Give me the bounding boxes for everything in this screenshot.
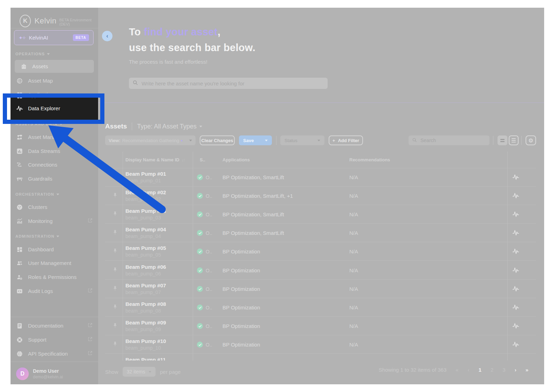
status-text: O..: [206, 342, 212, 348]
pin-icon[interactable]: [113, 286, 117, 293]
asset-id: beam_pump_08: [125, 308, 161, 314]
first-page-icon[interactable]: «: [455, 367, 458, 373]
open-in-data-explorer-icon[interactable]: [512, 229, 519, 238]
asset-name[interactable]: Beam Pump #04: [125, 226, 166, 232]
asset-name[interactable]: Beam Pump #08: [125, 301, 166, 307]
pin-icon[interactable]: [113, 267, 117, 274]
open-in-data-explorer-icon[interactable]: [512, 248, 519, 256]
hero-title-line1: To find your asset,: [129, 26, 220, 38]
guardrail-icon: [16, 175, 23, 182]
open-in-data-explorer-icon[interactable]: [512, 267, 519, 275]
next-page-icon[interactable]: ›: [515, 367, 516, 373]
table-row[interactable]: Beam Pump #04 beam_pump_04 O.. BP Optimi…: [105, 224, 536, 242]
last-page-icon[interactable]: »: [526, 367, 528, 373]
column-header-recommendations[interactable]: Recommendations: [349, 152, 390, 168]
user-gear-icon: [16, 274, 23, 281]
asset-name[interactable]: Beam Pump #06: [125, 264, 166, 270]
open-in-data-explorer-icon[interactable]: [512, 304, 519, 312]
asset-search-bar[interactable]: [129, 78, 328, 89]
page-size-dropdown[interactable]: 32 items: [123, 367, 156, 377]
asset-name[interactable]: Beam Pump #07: [125, 282, 166, 288]
table-settings-button[interactable]: ⚙: [526, 135, 536, 145]
status-ok-icon: [197, 174, 203, 180]
recommendations-cell: N/A: [349, 211, 358, 217]
sidebar-item-support[interactable]: Support: [11, 333, 98, 346]
external-link-icon: [88, 337, 92, 343]
add-filter-button[interactable]: +Add Filter: [329, 135, 363, 145]
table-search-input[interactable]: [420, 137, 486, 144]
pin-icon[interactable]: [113, 323, 117, 330]
page-number-1[interactable]: 1: [479, 367, 481, 373]
sort-icon[interactable]: ↓↑: [181, 157, 185, 162]
column-header-status[interactable]: S..: [200, 152, 205, 168]
open-in-data-explorer-icon[interactable]: [512, 174, 519, 182]
open-in-data-explorer-icon[interactable]: [512, 211, 519, 219]
page-number-3[interactable]: 3: [502, 367, 505, 373]
applications-cell: BP Optimization: [222, 342, 260, 348]
pin-icon[interactable]: [113, 248, 117, 255]
status-ok-icon: [197, 304, 203, 310]
table-row[interactable]: Beam Pump #08 beam_pump_08 O.. BP Optimi…: [105, 298, 536, 317]
pin-icon[interactable]: [113, 341, 117, 349]
table-row[interactable]: Beam Pump #10 beam_pump_10 O.. BP Optimi…: [105, 335, 536, 354]
open-in-data-explorer-icon[interactable]: [512, 285, 519, 294]
asset-name[interactable]: Beam Pump #10: [125, 338, 166, 344]
sidebar-item-documentation[interactable]: Documentation: [11, 319, 98, 332]
divider: [11, 317, 98, 317]
table-row[interactable]: Beam Pump #11: [105, 354, 536, 360]
asset-name[interactable]: Beam Pump #11: [125, 357, 166, 360]
pin-icon[interactable]: [113, 230, 117, 237]
asset-name[interactable]: Beam Pump #09: [125, 320, 166, 326]
sidebar-item-label: Dashboard: [28, 246, 54, 252]
divider: [521, 136, 522, 145]
list-view-button[interactable]: [509, 135, 519, 145]
chevron-down-icon: [56, 236, 59, 237]
sidebar-item-kelvinai[interactable]: ✦✧ KelvinAI BETA: [14, 30, 94, 45]
sidebar-item-asset-map[interactable]: Asset Map: [11, 74, 98, 87]
status-text: O..: [206, 193, 212, 199]
table-search-bar[interactable]: [409, 135, 489, 145]
recommendations-cell: N/A: [349, 174, 358, 180]
asset-name[interactable]: Beam Pump #05: [125, 245, 166, 251]
open-in-data-explorer-icon[interactable]: [512, 341, 519, 349]
section-operations[interactable]: OPERATIONS: [11, 52, 103, 56]
status-filter-dropdown[interactable]: Status: [280, 135, 324, 145]
sidebar-item-api-specification[interactable]: API Specification: [11, 347, 98, 360]
api-globe-icon: [16, 350, 23, 357]
table-row[interactable]: Beam Pump #07 beam_pump_07 O.. BP Optimi…: [105, 280, 536, 298]
brand-name: Kelvin: [34, 16, 56, 26]
asset-id: beam_pump_09: [125, 327, 161, 332]
applications-cell: BP Optimization, SmartLift: [222, 230, 284, 236]
column-header-applications[interactable]: Applications: [222, 152, 250, 168]
section-administration[interactable]: ADMINISTRATION: [11, 234, 103, 238]
sidebar-item-dashboard[interactable]: Dashboard: [11, 243, 98, 256]
asset-id: beam_pump_06: [125, 271, 161, 276]
clear-changes-button[interactable]: Clear Changes: [200, 135, 235, 145]
sidebar-collapse-button[interactable]: ‹: [102, 31, 112, 41]
open-in-data-explorer-icon[interactable]: [512, 192, 519, 201]
table-row[interactable]: Beam Pump #06 beam_pump_06 O.. BP Optimi…: [105, 261, 536, 280]
status-text: O..: [206, 268, 212, 273]
recommendations-cell: N/A: [349, 230, 358, 236]
save-button[interactable]: Save: [239, 135, 272, 145]
sidebar-item-audit-logs[interactable]: Audit Logs: [11, 285, 98, 298]
sidebar-item-roles-permissions[interactable]: Roles & Permissions: [11, 271, 98, 284]
table-row[interactable]: Beam Pump #09 beam_pump_09 O.. BP Optimi…: [105, 317, 536, 335]
asset-search-input[interactable]: [141, 80, 324, 87]
applications-cell: BP Optimization: [222, 248, 260, 254]
sidebar-item-label: Roles & Permissions: [28, 274, 76, 280]
clusters-icon: [16, 204, 23, 211]
page-number-2[interactable]: 2: [491, 367, 493, 373]
user-profile[interactable]: D Demo User demo@kelvin.ai: [11, 364, 98, 384]
applications-cell: BP Optimization, SmartLift, +1: [222, 193, 293, 199]
sidebar-item-assets[interactable]: Assets: [15, 60, 94, 73]
pin-icon[interactable]: [113, 304, 117, 312]
hero-title-line2: use the search bar below.: [129, 42, 255, 54]
open-in-data-explorer-icon[interactable]: [512, 322, 519, 331]
users-icon: [16, 260, 23, 267]
prev-page-icon[interactable]: ‹: [468, 367, 470, 373]
compact-view-button[interactable]: [498, 135, 507, 145]
sidebar-item-user-management[interactable]: User Management: [11, 257, 98, 270]
table-row[interactable]: Beam Pump #05 beam_pump_05 O.. BP Optimi…: [105, 242, 536, 261]
asset-manager-icon: [16, 134, 23, 141]
